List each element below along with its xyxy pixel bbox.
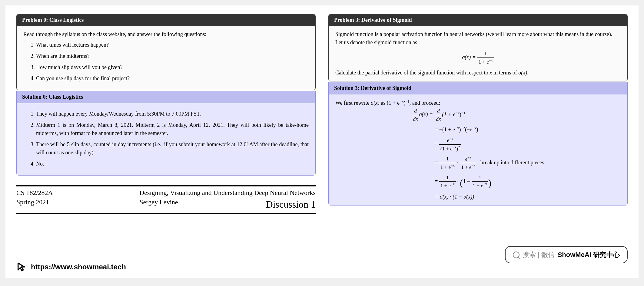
deriv-line5: = 1 1 + e−x · (1 − 1 1 + e−x )	[435, 174, 544, 190]
problem-0-intro: Read through the syllabus on the class w…	[23, 30, 309, 38]
task-text-a: Calculate the partial derivative of the …	[335, 70, 490, 76]
task-fn: σ(x)	[518, 70, 527, 76]
l4-f2-num-exp: −x	[467, 155, 471, 159]
l3-eq: =	[435, 141, 438, 147]
l4-dot: ·	[457, 159, 460, 166]
l2-exp1: −x	[455, 126, 459, 130]
sigmoid-definition: σ(x) = 1 1 + e−x	[335, 50, 621, 66]
l5-f1-den-exp: −x	[451, 182, 455, 186]
l1-rhs-a: (1 + e	[442, 111, 455, 117]
l4-eq: =	[435, 159, 438, 166]
l3-den-a: (1 + e	[440, 146, 453, 151]
l5-f2-den-a: 1 + e	[473, 183, 483, 189]
course-instructor: Sergey Levine	[139, 198, 178, 207]
l5-paren-a: 1 −	[463, 178, 472, 184]
l1-lhs-den: dx	[412, 115, 419, 123]
course-code: CS 182/282A	[16, 188, 53, 198]
deriv-line2: = −(1 + e−x)−2(−e−x)	[435, 125, 544, 134]
title-rule-top	[16, 185, 316, 186]
deriv-line4: = 1 1 + e−x · e−x 1 + e−x break up into …	[435, 155, 544, 171]
problem-3-task: Calculate the partial derivative of the …	[335, 69, 621, 77]
problem-3-body: Sigmoid function is a popular activation…	[329, 26, 627, 81]
course-title: Designing, Visualizing and Understanding…	[139, 188, 316, 198]
l1-rhs-num: d	[435, 107, 442, 115]
task-text-c: .	[527, 70, 529, 76]
sol3-intro-a: We first rewrite	[335, 100, 371, 106]
sol3-intro-fn: σ(x)	[371, 100, 380, 106]
deriv-line1-lhs: ddxσ(x) =	[412, 107, 433, 123]
l4-f1-den-exp: −x	[451, 163, 455, 168]
title-rule-bottom	[16, 213, 316, 214]
sigma-frac-den-exp: −x	[489, 58, 493, 62]
document-page: Problem 0: Class Logistics Read through …	[5, 5, 639, 278]
solution-0-body: They will happen every Monday/Wednesday …	[17, 103, 315, 175]
l1-rhs-den: dx	[435, 115, 442, 123]
deriv-line6: = σ(x) · (1 − σ(x))	[435, 193, 544, 201]
l3-den-exp: −x	[453, 145, 456, 149]
l2-exp2: −x	[472, 126, 476, 130]
watermark-search-pill: 搜索 | 微信 ShowMeAI 研究中心	[505, 246, 628, 263]
course-term: Spring 2021	[16, 198, 53, 207]
l3-num-exp: −x	[449, 136, 453, 141]
watermark-url: https://www.showmeai.tech	[31, 261, 126, 272]
problem-0-q1: What times will lectures happen?	[36, 41, 309, 49]
problem-0-q4: Can you use slip days for the final proj…	[36, 74, 309, 83]
derivation-steps: ddxσ(x) = ddx(1 + e−x)−1 = −(1 + e−x)−2(…	[335, 107, 621, 201]
l4-f1-num: 1	[439, 155, 456, 163]
l1-lhs-num: d	[412, 107, 419, 115]
right-column: Problem 3: Derivative of Sigmoid Sigmoid…	[328, 14, 628, 269]
solution-0-box: Solution 0: Class Logistics They will ha…	[16, 91, 316, 176]
sigma-frac-num: 1	[477, 50, 494, 58]
problem-0-q2: When are the midterms?	[36, 52, 309, 60]
problem-0-box: Problem 0: Class Logistics Read through …	[16, 14, 316, 90]
watermark-url-row: https://www.showmeai.tech	[16, 261, 126, 272]
task-text-b: in terms of	[492, 70, 518, 76]
l4-f2-den-exp: −x	[472, 163, 476, 168]
solution-3-body: We first rewrite σ(x) as (1 + e−x)−1, an…	[329, 94, 627, 205]
l3-den-pow: 2	[458, 145, 460, 149]
l5-eq: =	[435, 178, 438, 184]
l4-note: break up into different pieces	[480, 159, 544, 166]
solution-0-title: Solution 0: Class Logistics	[17, 91, 315, 103]
solution-0-a3: There will be 5 slip days, counted in da…	[36, 140, 309, 157]
sol3-intro-pow: −1	[405, 99, 409, 104]
sigma-frac-den: 1 + e	[478, 59, 489, 64]
left-column: Problem 0: Class Logistics Read through …	[16, 14, 316, 269]
watermark-search-bold: ShowMeAI 研究中心	[558, 250, 620, 260]
problem-3-intro: Sigmoid function is a popular activation…	[335, 30, 621, 47]
l1-rhs-exp: −x	[455, 111, 459, 115]
l1-lhs-tail: σ(x) =	[419, 111, 433, 117]
problem-0-q3: How much slip days will you be given?	[36, 63, 309, 71]
l5-dot: ·	[457, 178, 460, 184]
problem-0-body: Read through the syllabus on the class w…	[17, 26, 315, 90]
l5-f1-den-a: 1 + e	[440, 183, 451, 189]
deriv-line1-rhs: ddx(1 + e−x)−1	[435, 107, 544, 123]
sigma-lhs: σ(x) =	[462, 54, 476, 60]
l2-c: (−e	[465, 127, 472, 133]
sol3-intro-b: as (1 + e	[380, 100, 400, 106]
l2-pow: −2	[461, 126, 465, 130]
solution-3-intro: We first rewrite σ(x) as (1 + e−x)−1, an…	[335, 99, 621, 107]
solution-0-a1: They will happen every Monday/Wednesday …	[36, 110, 309, 118]
solution-0-a4: No.	[36, 160, 309, 168]
l5-f2-den-exp: −x	[483, 182, 487, 186]
search-icon	[513, 251, 520, 258]
sol3-intro-exp: −x	[400, 99, 403, 104]
l5-f1-num: 1	[439, 174, 456, 182]
l2-d: )	[476, 127, 478, 133]
discussion-number: Discussion 1	[266, 199, 316, 210]
solution-0-a2: Midterm 1 is on Monday, March 8, 2021. M…	[36, 121, 309, 137]
sol3-intro-d: , and proceed:	[410, 100, 440, 106]
solution-3-title: Solution 3: Derivative of Sigmoid	[329, 82, 627, 94]
cursor-icon	[16, 262, 27, 272]
l4-f2-den-a: 1 + e	[461, 164, 471, 170]
deriv-line3: = e−x (1 + e−x)2	[435, 136, 544, 153]
l4-f1-den-a: 1 + e	[440, 164, 451, 170]
problem-3-title: Problem 3: Derivative of Sigmoid	[329, 14, 627, 26]
problem-3-box: Problem 3: Derivative of Sigmoid Sigmoid…	[328, 14, 628, 81]
problem-0-title: Problem 0: Class Logistics	[17, 14, 315, 26]
l2-a: = −(1 + e	[435, 127, 455, 133]
solution-3-box: Solution 3: Derivative of Sigmoid We fir…	[328, 82, 628, 205]
watermark-search-gray: 搜索 | 微信	[523, 250, 555, 260]
l5-f2-num: 1	[472, 174, 488, 182]
